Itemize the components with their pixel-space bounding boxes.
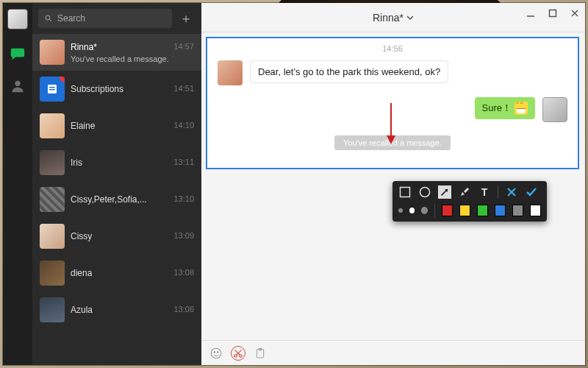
conversation-name: Cissy,Peter,Sofia,...	[71, 194, 147, 205]
conversation-time: 13:08	[173, 268, 194, 278]
conversation-item[interactable]: Subscriptions14:51	[32, 71, 201, 107]
smiley-icon	[209, 347, 223, 360]
conversation-time: 14:57	[173, 42, 194, 52]
conversation-sidebar: Search ＋ Rinna*14:57 You've recalled a m…	[32, 3, 201, 365]
avatar	[542, 97, 567, 122]
stroke-size-large[interactable]	[421, 207, 428, 214]
svg-rect-4	[49, 87, 55, 88]
contacts-tab-icon[interactable]	[10, 78, 26, 94]
conversation-item[interactable]: Iris13:11	[32, 144, 201, 181]
message-incoming: Dear, let's go to the park this weekend,…	[207, 53, 578, 85]
svg-point-0	[15, 81, 20, 86]
conversation-name: Iris	[71, 158, 82, 168]
avatar	[40, 113, 65, 138]
arrow-tool[interactable]	[438, 185, 451, 199]
conversation-name: Cissy	[71, 231, 92, 241]
svg-point-13	[214, 351, 215, 353]
conversation-name: Azula	[71, 305, 93, 315]
conversation-time: 13:10	[173, 194, 194, 205]
conversation-item[interactable]: diena13:08	[32, 255, 201, 291]
chat-title[interactable]: Rinna*	[373, 12, 414, 24]
new-chat-button[interactable]: ＋	[176, 9, 196, 28]
color-swatch[interactable]	[442, 205, 453, 216]
message-bubble: Sure！	[475, 97, 535, 119]
attach-button[interactable]	[253, 346, 268, 361]
nav-rail	[3, 3, 32, 365]
avatar	[40, 77, 65, 102]
message-bubble: Dear, let's go to the park this weekend,…	[250, 60, 448, 83]
stroke-size-small[interactable]	[398, 208, 403, 213]
conversation-name: Rinna*	[71, 42, 97, 52]
conversation-item[interactable]: Azula13:06	[32, 291, 201, 328]
scissors-icon	[233, 348, 243, 358]
color-swatch[interactable]	[495, 205, 506, 216]
svg-marker-11	[387, 135, 395, 144]
self-avatar[interactable]	[7, 9, 28, 29]
search-icon	[44, 14, 53, 23]
svg-point-22	[420, 188, 430, 197]
conversation-item[interactable]: Cissy13:09	[32, 218, 201, 255]
conversation-item[interactable]: Cissy,Peter,Sofia,...13:10	[32, 181, 201, 218]
maximize-button[interactable]	[547, 7, 559, 19]
avatar	[40, 224, 65, 249]
svg-point-1	[46, 15, 50, 20]
avatar	[40, 150, 65, 175]
rect-tool[interactable]	[398, 185, 412, 199]
color-swatch[interactable]	[530, 205, 541, 216]
avatar	[40, 187, 65, 212]
svg-point-14	[218, 351, 219, 353]
stroke-size-medium[interactable]	[409, 208, 415, 213]
chats-tab-icon[interactable]	[10, 46, 26, 62]
conversation-name: diena	[71, 268, 92, 278]
conversation-list: Rinna*14:57 You've recalled a message. S…	[32, 34, 201, 365]
svg-rect-21	[401, 188, 410, 197]
conversation-name: Elaine	[71, 121, 95, 131]
clipboard-icon	[254, 347, 266, 359]
conversation-time: 14:10	[173, 121, 194, 131]
svg-rect-7	[550, 10, 556, 17]
chat-header: Rinna*	[201, 3, 585, 32]
chat-title-text: Rinna*	[373, 12, 404, 24]
avatar	[40, 40, 65, 65]
search-input[interactable]: Search	[38, 9, 172, 28]
avatar	[218, 60, 243, 85]
ellipse-tool[interactable]	[418, 185, 431, 199]
confirm-snip-button[interactable]	[525, 185, 538, 199]
message-text: Sure！	[482, 102, 512, 115]
avatar	[40, 261, 65, 286]
message-timestamp: 14:56	[207, 38, 578, 53]
conversation-time: 13:11	[173, 158, 194, 168]
svg-line-2	[50, 20, 52, 22]
conversation-time: 14:51	[173, 84, 194, 94]
screenshot-toolbar[interactable]: T	[392, 181, 547, 222]
screenshot-button[interactable]	[231, 346, 245, 361]
color-swatch[interactable]	[459, 205, 470, 216]
cancel-snip-button[interactable]	[505, 185, 518, 199]
chevron-down-icon	[406, 14, 414, 21]
color-swatch[interactable]	[477, 205, 488, 216]
conversation-time: 13:06	[173, 305, 194, 315]
conversation-item[interactable]: Rinna*14:57 You've recalled a message.	[32, 34, 201, 71]
conversation-preview: You've recalled a message.	[71, 54, 194, 63]
conversation-item[interactable]: Elaine14:10	[32, 107, 201, 144]
conversation-time: 13:09	[173, 231, 194, 241]
screenshot-selection: 14:56 Dear, let's go to the park this we…	[206, 37, 579, 169]
svg-rect-5	[49, 89, 55, 91]
chat-input-toolbar	[201, 340, 585, 365]
close-button[interactable]	[569, 7, 581, 19]
search-placeholder: Search	[57, 13, 85, 24]
annotation-arrow-icon	[384, 102, 398, 146]
avatar	[40, 297, 65, 322]
emoji-button[interactable]	[209, 346, 223, 361]
svg-point-12	[211, 348, 221, 358]
minimize-button[interactable]	[525, 7, 537, 19]
text-tool[interactable]: T	[478, 185, 491, 199]
conversation-name: Subscriptions	[71, 84, 123, 94]
subscriptions-icon	[46, 82, 59, 96]
color-swatch[interactable]	[512, 205, 523, 216]
grin-emoji-icon	[514, 102, 528, 115]
brush-tool[interactable]	[458, 185, 471, 199]
